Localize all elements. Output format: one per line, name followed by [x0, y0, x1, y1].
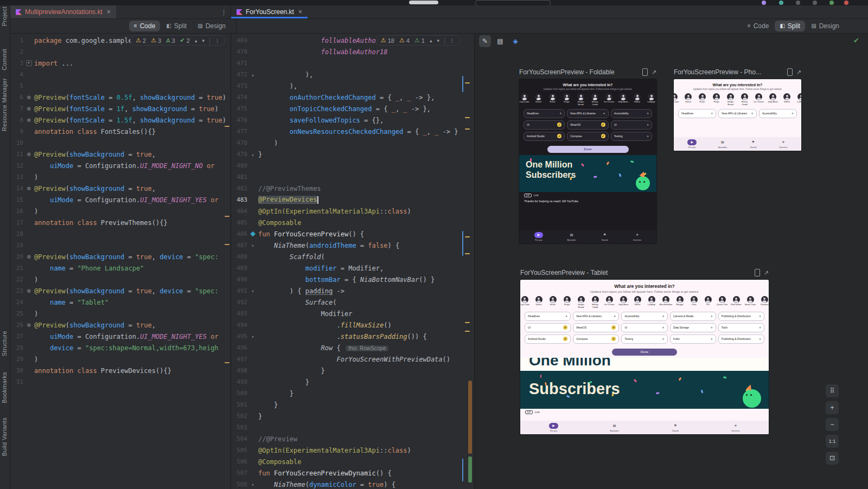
line-number[interactable]: 473: [231, 82, 247, 89]
line-number[interactable]: 474: [231, 94, 247, 101]
toolbar-icon[interactable]: [779, 1, 783, 5]
line-number[interactable]: 477: [231, 128, 247, 135]
line-number[interactable]: 484: [231, 208, 247, 215]
line-number[interactable]: 9: [10, 128, 23, 135]
toolbar-icon[interactable]: [813, 1, 817, 5]
code-line[interactable]: 504//@Preview: [231, 433, 474, 445]
code-line[interactable]: 18: [10, 228, 231, 240]
zoom-in-button[interactable]: +: [826, 401, 839, 414]
line-number[interactable]: 483: [231, 196, 247, 203]
line-number[interactable]: 5: [10, 82, 23, 89]
line-number[interactable]: 487: [231, 242, 247, 249]
line-number[interactable]: 482: [231, 185, 247, 192]
code-line[interactable]: 15 uiMode = Configuration.UI_MODE_NIGHT_…: [10, 194, 231, 205]
open-in-new-icon[interactable]: ↗: [796, 69, 801, 75]
line-number[interactable]: 14: [10, 185, 23, 192]
preview-card-tablet[interactable]: ForYouScreenPreview - Tablet↗What are yo…: [520, 269, 769, 434]
preview-settings-gear-icon[interactable]: ⚙: [23, 94, 34, 100]
tool-window-button-build-variants[interactable]: Build Variants: [1, 417, 8, 456]
line-number[interactable]: 505: [231, 447, 247, 454]
preview-settings-gear-icon[interactable]: ⚙: [23, 288, 34, 294]
code-line[interactable]: 20⚙@Preview(showBackground = true, devic…: [10, 251, 231, 262]
code-line[interactable]: 30annotation class PreviewDevices(){}: [10, 365, 231, 376]
toolbar-icon[interactable]: [829, 1, 834, 5]
code-line[interactable]: 23⚙@Preview(showBackground = true, devic…: [10, 285, 231, 297]
code-line[interactable]: 494 .fillMaxSize(): [231, 319, 474, 331]
line-number[interactable]: 19: [10, 242, 23, 249]
line-number[interactable]: 25: [10, 310, 23, 317]
zoom-out-button[interactable]: −: [826, 418, 839, 431]
line-number[interactable]: 479: [231, 151, 247, 158]
line-number[interactable]: 16: [10, 208, 23, 215]
tool-window-button-project[interactable]: Project: [1, 7, 8, 26]
code-line[interactable]: 502}: [231, 410, 474, 422]
code-line[interactable]: 22): [10, 274, 231, 285]
inspection-count[interactable]: ⚠2: [136, 37, 146, 44]
view-mode-design[interactable]: ▨Design: [193, 21, 231, 31]
preview-settings-gear-icon[interactable]: ⚙: [23, 151, 34, 157]
line-number[interactable]: 12: [10, 162, 23, 169]
preview-card-foldable[interactable]: ForYouScreenPreview - Foldable↗What are …: [519, 68, 656, 243]
line-number[interactable]: 489: [231, 265, 247, 272]
more-icon[interactable]: ⋮: [215, 38, 220, 43]
open-in-new-icon[interactable]: ↗: [764, 270, 769, 276]
view-mode-code[interactable]: ≡Code: [743, 21, 774, 31]
prev-problem-icon[interactable]: ▴: [430, 38, 432, 43]
code-line[interactable]: 508▾ NiaTheme(dynamicColor = true) {: [231, 479, 474, 489]
tool-window-button-resource-manager[interactable]: Resource Manager: [1, 78, 8, 131]
layout-inspector-tool-icon[interactable]: ◈: [509, 35, 521, 47]
line-number[interactable]: 17: [10, 219, 23, 226]
line-number[interactable]: 471: [231, 60, 247, 67]
line-number[interactable]: 3: [10, 60, 23, 67]
run-on-device-icon[interactable]: [755, 269, 760, 276]
preview-settings-gear-icon[interactable]: ⚙: [23, 322, 34, 328]
inspections-widget[interactable]: ⚠18⚠4⚠1▴▾⋮: [375, 35, 460, 46]
code-line[interactable]: 499 }: [231, 376, 474, 388]
tool-window-button-structure[interactable]: Structure: [1, 331, 8, 356]
line-number[interactable]: 18: [10, 230, 23, 237]
tool-window-button-commit[interactable]: Commit: [1, 49, 8, 70]
code-line[interactable]: 13): [10, 171, 231, 183]
close-icon[interactable]: ×: [298, 8, 302, 16]
code-line[interactable]: 27 uiMode = Configuration.UI_MODE_NIGHT_…: [10, 331, 231, 342]
code-line[interactable]: 498 }: [231, 365, 474, 376]
line-number[interactable]: 30: [10, 367, 23, 374]
line-number[interactable]: 31: [10, 378, 23, 385]
line-number[interactable]: 15: [10, 196, 23, 203]
line-number[interactable]: 486: [231, 230, 247, 237]
code-line[interactable]: 25): [10, 308, 231, 319]
code-line[interactable]: 7⚙@Preview(fontScale = 1f, showBackgroun…: [10, 103, 231, 114]
line-number[interactable]: 494: [231, 321, 247, 329]
inspection-count[interactable]: ⚠1: [414, 37, 425, 44]
code-line[interactable]: 505@OptIn(ExperimentalMaterial3Api::clas…: [231, 445, 474, 456]
editor-foryouscreen[interactable]: 469 follwableAuthor17,470 follwableAutho…: [231, 34, 475, 489]
tab-foryouscreen[interactable]: ForYouScreen.kt ×: [231, 5, 308, 18]
zoom-to-fit-button[interactable]: ⊡: [826, 452, 839, 465]
line-number[interactable]: 11: [10, 151, 23, 158]
preview-rendered-screen[interactable]: What are you interested in?Updates from …: [520, 280, 769, 434]
code-line[interactable]: 5: [10, 80, 231, 92]
line-number[interactable]: 492: [231, 299, 247, 306]
view-mode-split[interactable]: ◧Split: [161, 21, 192, 31]
fold-icon[interactable]: ▾: [247, 482, 258, 487]
view-mode-split[interactable]: ◧Split: [775, 21, 805, 31]
line-number[interactable]: 502: [231, 413, 247, 420]
toolbar-icon[interactable]: [762, 1, 766, 5]
code-line[interactable]: 506@Composable: [231, 456, 474, 467]
code-line[interactable]: 501 }: [231, 399, 474, 410]
line-number[interactable]: 20: [10, 253, 23, 260]
next-problem-icon[interactable]: ▾: [202, 38, 205, 43]
code-line[interactable]: 488 Scaffold(: [231, 251, 474, 262]
preview-settings-gear-icon[interactable]: ⚙: [23, 254, 34, 260]
device-view-tool-icon[interactable]: ▤: [494, 35, 506, 47]
code-line[interactable]: 6⚙@Preview(fontScale = 0.5f, showBackgro…: [10, 92, 231, 103]
code-line[interactable]: 475 onTopicCheckedChanged = { _, _ -> },: [231, 103, 474, 114]
line-number[interactable]: 13: [10, 173, 23, 181]
view-mode-design[interactable]: ▨Design: [806, 21, 844, 31]
code-line[interactable]: 485@Composable: [231, 217, 474, 228]
code-line[interactable]: 482//@PreviewThemes: [231, 183, 474, 194]
code-line[interactable]: 503: [231, 422, 474, 433]
line-number[interactable]: 4: [10, 71, 23, 78]
line-number[interactable]: 491: [231, 287, 247, 294]
code-area[interactable]: 469 follwableAuthor17,470 follwableAutho…: [231, 35, 474, 489]
